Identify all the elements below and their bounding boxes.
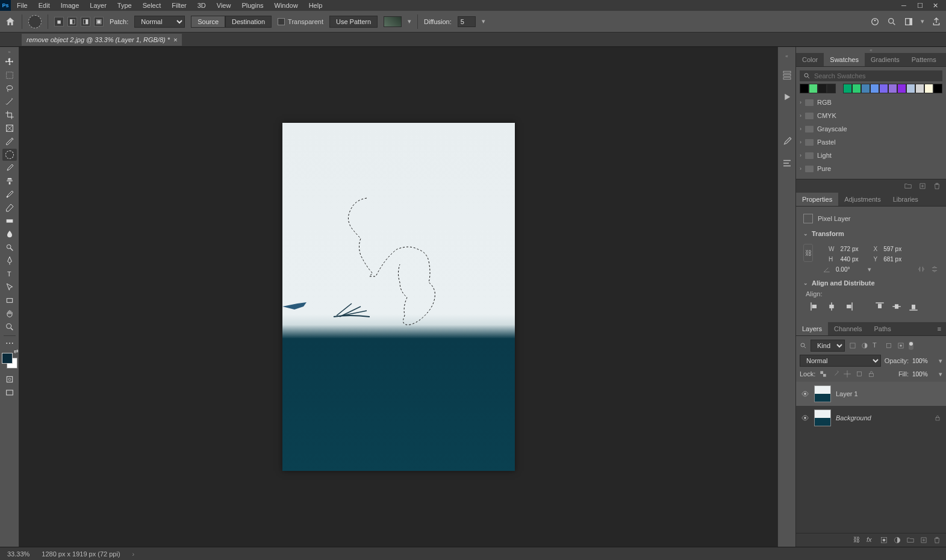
history-panel-icon[interactable]: [782, 70, 792, 81]
align-center-h-icon[interactable]: [826, 301, 837, 312]
move-tool[interactable]: [2, 56, 17, 68]
rectangle-tool[interactable]: [2, 294, 17, 306]
menu-select[interactable]: Select: [138, 1, 166, 10]
lock-all-icon[interactable]: [867, 370, 876, 378]
minimize-button[interactable]: ─: [901, 2, 909, 9]
swatch[interactable]: [915, 84, 924, 93]
width-input[interactable]: [840, 246, 867, 252]
opacity-input[interactable]: [912, 358, 935, 364]
menu-file[interactable]: File: [12, 1, 33, 10]
maximize-button[interactable]: ☐: [917, 2, 924, 9]
close-tab-icon[interactable]: ×: [173, 36, 177, 43]
height-input[interactable]: [840, 256, 867, 263]
link-layers-icon[interactable]: ⛓: [853, 536, 862, 544]
patterns-tab[interactable]: Patterns: [906, 53, 942, 66]
kind-dropdown[interactable]: Kind: [811, 340, 845, 352]
swatch[interactable]: [870, 84, 879, 93]
menu-layer[interactable]: Layer: [85, 1, 111, 10]
swatch-search-input[interactable]: [814, 72, 939, 79]
menu-view[interactable]: View: [212, 1, 236, 10]
diffusion-stepper-icon[interactable]: ▾: [482, 17, 485, 25]
lock-position-icon[interactable]: [843, 370, 851, 378]
group-icon[interactable]: [906, 536, 915, 544]
menu-image[interactable]: Image: [56, 1, 84, 10]
filter-adjustment-icon[interactable]: [860, 341, 869, 350]
swatch-folder-pure[interactable]: ›Pure: [800, 162, 942, 175]
swatch[interactable]: [924, 84, 933, 93]
adjustments-tab[interactable]: Adjustments: [838, 193, 887, 206]
swatch[interactable]: [906, 84, 915, 93]
cloud-icon[interactable]: [870, 17, 880, 26]
link-dimensions-icon[interactable]: ⛓: [803, 244, 813, 262]
layers-tab[interactable]: Layers: [796, 322, 828, 335]
type-tool[interactable]: T: [2, 268, 17, 280]
status-arrow-icon[interactable]: ›: [132, 550, 135, 558]
zoom-level[interactable]: 33.33%: [7, 550, 30, 558]
diffusion-input[interactable]: [458, 16, 476, 27]
actions-panel-icon[interactable]: [782, 92, 792, 102]
patch-tool[interactable]: [2, 149, 17, 161]
menu-edit[interactable]: Edit: [34, 1, 55, 10]
new-swatch-icon[interactable]: [918, 182, 927, 190]
paths-tab[interactable]: Paths: [868, 322, 897, 335]
align-bottom-icon[interactable]: [908, 301, 919, 312]
transparent-checkbox[interactable]: Transparent: [278, 18, 323, 25]
libraries-tab[interactable]: Libraries: [887, 193, 924, 206]
swatch[interactable]: [800, 84, 809, 93]
source-button[interactable]: Source: [191, 16, 225, 28]
subtract-selection-button[interactable]: ◨: [81, 17, 90, 26]
add-selection-button[interactable]: ◧: [67, 17, 77, 26]
align-left-icon[interactable]: [809, 301, 820, 312]
swatch[interactable]: [888, 84, 897, 93]
swatch[interactable]: [897, 84, 906, 93]
share-icon[interactable]: [932, 17, 941, 26]
fill-dropdown-icon[interactable]: ▾: [939, 370, 942, 378]
magic-wand-tool[interactable]: [2, 96, 17, 108]
canvas-area[interactable]: [19, 47, 777, 547]
frame-tool[interactable]: [2, 122, 17, 134]
swatch[interactable]: [809, 84, 818, 93]
blur-tool[interactable]: [2, 228, 17, 240]
pattern-preview[interactable]: [384, 16, 402, 27]
pen-tool[interactable]: [2, 255, 17, 267]
swatch-search[interactable]: [800, 70, 942, 81]
home-icon[interactable]: [5, 16, 16, 27]
blend-mode-dropdown[interactable]: Normal: [800, 355, 881, 367]
patch-tool-icon[interactable]: [28, 15, 42, 28]
swatch[interactable]: [843, 84, 852, 93]
lock-artboard-icon[interactable]: [855, 370, 864, 378]
foreground-color[interactable]: [2, 353, 13, 364]
flip-v-icon[interactable]: [930, 265, 939, 273]
layer-item[interactable]: Background: [796, 406, 946, 430]
swap-colors-icon[interactable]: ⇄: [14, 348, 19, 354]
filter-shape-icon[interactable]: [885, 341, 893, 350]
eraser-tool[interactable]: [2, 202, 17, 214]
align-center-v-icon[interactable]: [891, 301, 902, 312]
fill-input[interactable]: [912, 371, 935, 378]
swatch-folder-grayscale[interactable]: ›Grayscale: [800, 122, 942, 135]
color-picker[interactable]: ⇄: [2, 353, 17, 369]
collapse-handle-icon[interactable]: »: [8, 49, 10, 55]
new-layer-icon[interactable]: [920, 536, 928, 544]
menu-window[interactable]: Window: [270, 1, 303, 10]
quick-mask-tool[interactable]: [2, 373, 17, 385]
properties-tab[interactable]: Properties: [796, 193, 838, 206]
swatch[interactable]: [827, 84, 836, 93]
swatch[interactable]: [879, 84, 888, 93]
layer-style-icon[interactable]: fx: [867, 536, 875, 544]
visibility-icon[interactable]: [801, 390, 809, 398]
swatch-folder-pastel[interactable]: ›Pastel: [800, 135, 942, 149]
marquee-tool[interactable]: [2, 69, 17, 81]
align-top-icon[interactable]: [874, 301, 885, 312]
x-input[interactable]: [883, 246, 910, 252]
menu-help[interactable]: Help: [304, 1, 328, 10]
paragraph-panel-icon[interactable]: [782, 158, 792, 169]
lock-transparent-icon[interactable]: [819, 370, 827, 378]
swatch[interactable]: [861, 84, 870, 93]
workspace-icon[interactable]: [904, 17, 913, 26]
patch-mode-dropdown[interactable]: Normal: [134, 16, 185, 28]
transform-section-header[interactable]: ⌄ Transform: [803, 230, 939, 237]
adjustment-layer-icon[interactable]: [893, 536, 901, 544]
angle-dropdown-icon[interactable]: ▾: [868, 266, 871, 273]
angle-input[interactable]: [836, 266, 863, 273]
